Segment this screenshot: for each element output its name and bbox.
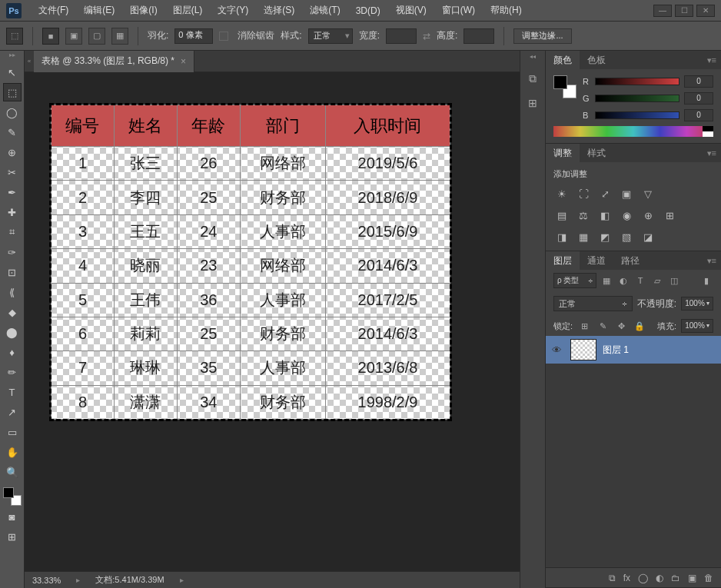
panel-menu-icon[interactable]: ▾≡ bbox=[707, 148, 716, 158]
tool-button[interactable]: ✑ bbox=[3, 243, 22, 261]
b-value[interactable]: 0 bbox=[684, 109, 713, 121]
spectrum-bar[interactable] bbox=[553, 126, 713, 137]
tool-button[interactable]: ⊡ bbox=[3, 263, 22, 281]
tab-channels[interactable]: 通道 bbox=[580, 251, 613, 270]
levels-icon[interactable]: ⛶ bbox=[575, 186, 592, 201]
menu-item[interactable]: 视图(V) bbox=[388, 4, 434, 17]
document-tab[interactable]: 表格 @ 33.3% (图层 1, RGB/8) * × bbox=[34, 51, 194, 72]
panel-color-swatch[interactable] bbox=[553, 75, 576, 98]
r-value[interactable]: 0 bbox=[684, 75, 713, 88]
link-layers-icon[interactable]: ⧉ bbox=[609, 573, 616, 583]
filter-shape-icon[interactable]: ▱ bbox=[650, 274, 664, 287]
tool-button[interactable]: ▭ bbox=[3, 423, 22, 441]
brightness-icon[interactable]: ☀ bbox=[553, 186, 570, 201]
collapse-icon[interactable]: « bbox=[25, 51, 34, 72]
filter-adjust-icon[interactable]: ◐ bbox=[616, 274, 630, 287]
tool-button[interactable]: ✒ bbox=[3, 183, 22, 201]
lock-all-icon[interactable]: 🔒 bbox=[633, 319, 646, 333]
lock-position-icon[interactable]: ✥ bbox=[614, 319, 628, 333]
zoom-arrow-icon[interactable]: ▸ bbox=[76, 576, 80, 584]
threshold-icon[interactable]: ◩ bbox=[596, 229, 613, 244]
invert-icon[interactable]: ◨ bbox=[553, 229, 570, 244]
g-value[interactable]: 0 bbox=[684, 92, 713, 105]
menu-item[interactable]: 选择(S) bbox=[256, 4, 302, 17]
hue-icon[interactable]: ▤ bbox=[553, 208, 570, 223]
menu-item[interactable]: 文字(Y) bbox=[210, 4, 256, 17]
minimize-button[interactable]: — bbox=[653, 5, 672, 17]
properties-panel-icon[interactable]: ⊞ bbox=[523, 94, 542, 112]
r-slider[interactable] bbox=[595, 78, 679, 85]
antialias-checkbox[interactable] bbox=[219, 32, 228, 41]
tool-button[interactable]: ⌗ bbox=[3, 223, 22, 241]
menu-item[interactable]: 3D(D) bbox=[348, 5, 388, 16]
filter-smart-icon[interactable]: ◫ bbox=[667, 274, 681, 287]
new-selection-icon[interactable]: ■ bbox=[42, 28, 59, 45]
group-icon[interactable]: 🗀 bbox=[671, 573, 680, 583]
doc-info-arrow-icon[interactable]: ▸ bbox=[180, 576, 184, 584]
tab-styles[interactable]: 样式 bbox=[580, 144, 613, 162]
tab-swatches[interactable]: 色板 bbox=[580, 51, 613, 69]
lookup-icon[interactable]: ⊞ bbox=[661, 208, 678, 223]
layer-effects-icon[interactable]: fx bbox=[623, 573, 630, 583]
tool-button[interactable]: ✚ bbox=[3, 203, 22, 221]
exposure-icon[interactable]: ▣ bbox=[618, 186, 635, 201]
g-slider[interactable] bbox=[595, 95, 679, 102]
tool-button[interactable]: ♦ bbox=[3, 343, 22, 361]
curves-icon[interactable]: ⤢ bbox=[596, 186, 613, 201]
menu-item[interactable]: 编辑(E) bbox=[76, 4, 122, 17]
adjustment-layer-icon[interactable]: ◐ bbox=[656, 573, 663, 583]
color-swatches[interactable] bbox=[3, 487, 22, 506]
filter-kind-select[interactable]: ρ 类型÷ bbox=[553, 273, 596, 288]
visibility-toggle-icon[interactable]: 👁 bbox=[552, 344, 564, 356]
tool-button[interactable]: ⟪ bbox=[3, 283, 22, 301]
filter-type-icon[interactable]: T bbox=[633, 274, 647, 287]
style-select[interactable]: 正常 bbox=[308, 28, 353, 44]
layer-item[interactable]: 👁 图层 1 bbox=[546, 336, 721, 364]
selective-color-icon[interactable]: ◪ bbox=[640, 229, 656, 244]
tool-button[interactable]: ⬚ bbox=[3, 83, 22, 101]
swap-icon[interactable]: ⇄ bbox=[423, 31, 430, 42]
vibrance-icon[interactable]: ▽ bbox=[640, 186, 656, 201]
menu-item[interactable]: 图像(I) bbox=[122, 4, 164, 17]
menu-item[interactable]: 帮助(H) bbox=[483, 4, 530, 17]
history-panel-icon[interactable]: ⧉ bbox=[523, 69, 542, 88]
tool-button[interactable]: ↗ bbox=[3, 403, 22, 421]
bw-icon[interactable]: ◧ bbox=[596, 208, 613, 223]
fill-input[interactable]: 100%▾ bbox=[681, 319, 713, 333]
tool-button[interactable]: ✋ bbox=[3, 443, 22, 461]
tool-button[interactable]: T bbox=[3, 383, 22, 401]
close-document-icon[interactable]: × bbox=[181, 56, 186, 67]
menu-item[interactable]: 窗口(W) bbox=[434, 4, 483, 17]
layer-name[interactable]: 图层 1 bbox=[603, 344, 629, 357]
tool-button[interactable]: ✂ bbox=[3, 163, 22, 181]
layer-thumbnail[interactable] bbox=[570, 339, 596, 360]
tool-button[interactable]: 🔍 bbox=[3, 463, 22, 481]
zoom-level[interactable]: 33.33% bbox=[32, 576, 61, 585]
filter-toggle-icon[interactable]: ▮ bbox=[699, 274, 713, 287]
toolbox-grip-icon[interactable]: ▸▸ bbox=[5, 54, 20, 60]
subtract-selection-icon[interactable]: ▢ bbox=[88, 28, 105, 45]
channel-mixer-icon[interactable]: ⊕ bbox=[640, 208, 656, 223]
quickmask-icon[interactable]: ◙ bbox=[3, 507, 22, 526]
feather-input[interactable]: 0 像素 bbox=[174, 28, 213, 44]
tab-layers[interactable]: 图层 bbox=[546, 251, 580, 270]
new-layer-icon[interactable]: ▣ bbox=[688, 573, 696, 583]
tab-color[interactable]: 颜色 bbox=[546, 51, 580, 69]
canvas-viewport[interactable]: 编号姓名年龄部门入职时间 1张三26网络部2019/5/62李四25财务部201… bbox=[25, 72, 520, 571]
lock-transparency-icon[interactable]: ⊞ bbox=[577, 319, 591, 333]
menu-item[interactable]: 滤镜(T) bbox=[302, 4, 347, 17]
screenmode-icon[interactable]: ⊞ bbox=[3, 527, 22, 546]
layer-mask-icon[interactable]: ◯ bbox=[638, 573, 648, 583]
tool-button[interactable]: ✏ bbox=[3, 363, 22, 381]
height-input[interactable] bbox=[464, 28, 494, 44]
strip-grip-icon[interactable]: ◂◂ bbox=[525, 55, 540, 61]
blend-mode-select[interactable]: 正常÷ bbox=[553, 296, 633, 311]
tool-button[interactable]: ⊕ bbox=[3, 143, 22, 161]
menu-item[interactable]: 文件(F) bbox=[31, 4, 76, 17]
tool-button[interactable]: ◯ bbox=[3, 103, 22, 121]
panel-menu-icon[interactable]: ▾≡ bbox=[707, 55, 716, 65]
photo-filter-icon[interactable]: ◉ bbox=[618, 208, 635, 223]
lock-pixels-icon[interactable]: ✎ bbox=[596, 319, 610, 333]
tool-button[interactable]: ↖ bbox=[3, 63, 22, 81]
tab-paths[interactable]: 路径 bbox=[613, 251, 647, 270]
